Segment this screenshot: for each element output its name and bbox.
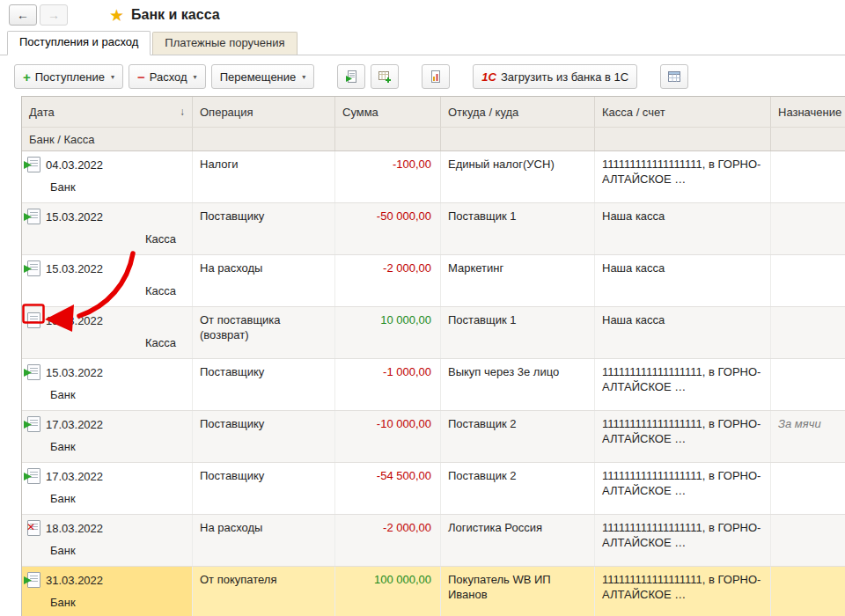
date-cell: 15.03.2022 Банк	[22, 359, 193, 410]
chevron-down-icon: ▾	[194, 73, 197, 81]
load-from-bank-label: Загрузить из банка в 1С	[501, 70, 628, 84]
expense-button[interactable]: − Расход ▾	[129, 64, 206, 89]
account-cell: 111111111111111111, в ГОРНО-АЛТАЙСКОЕ …	[595, 359, 771, 410]
amount-cell: 100 000,00	[335, 567, 441, 616]
load-from-bank-button[interactable]: 1С Загрузить из банка в 1С	[473, 64, 637, 89]
subheader-empty	[335, 128, 441, 150]
income-button[interactable]: + Поступление ▾	[14, 64, 123, 89]
amount-cell: -50 000,00	[335, 203, 441, 254]
from-to-cell: Логистика Россия	[441, 515, 595, 566]
tab-receipts-expenses[interactable]: Поступления и расход	[7, 31, 151, 55]
account-cell: Наша касса	[595, 255, 771, 306]
subheader-empty	[595, 128, 771, 150]
amount-cell: -2 000,00	[335, 515, 441, 566]
topbar: ← → ★ Банк и касса	[0, 0, 845, 30]
transfer-button-label: Перемещение	[220, 70, 297, 84]
document-posted-icon	[27, 209, 40, 224]
create-based-on-icon	[378, 70, 392, 84]
from-to-cell: Маркетинг	[441, 255, 595, 306]
date-cell: 31.03.2022 Банк	[22, 567, 193, 616]
from-to-cell: Единый налог(УСН)	[441, 151, 595, 202]
account-cell: Наша касса	[595, 307, 771, 358]
document-posted-icon	[27, 468, 40, 484]
column-header-amount[interactable]: Сумма	[335, 97, 441, 127]
income-button-label: Поступление	[35, 70, 105, 84]
column-header-operation[interactable]: Операция	[193, 97, 335, 127]
purpose-cell	[771, 203, 845, 254]
favorite-star-icon[interactable]: ★	[109, 5, 124, 26]
amount-cell: -100,00	[335, 151, 441, 202]
report-button[interactable]	[422, 64, 450, 89]
document-posted-icon	[27, 260, 40, 276]
column-header-account[interactable]: Касса / счет	[595, 97, 771, 127]
purpose-cell	[771, 359, 845, 410]
purpose-cell	[771, 255, 845, 306]
account-cell: 111111111111111111, в ГОРНО-АЛТАЙСКОЕ …	[595, 515, 771, 566]
table-row[interactable]: 17.03.2022 Банк Поставщику -54 500,00 По…	[22, 463, 845, 515]
document-posted-icon	[27, 572, 40, 588]
minus-icon: −	[137, 70, 145, 84]
post-document-button[interactable]	[337, 64, 365, 89]
tab-bar: Поступления и расход Платежные поручения	[0, 30, 845, 55]
purpose-cell	[771, 151, 845, 202]
bank-label: Банк	[50, 387, 76, 403]
toolbar: + Поступление ▾ − Расход ▾ Перемещение ▾	[0, 55, 845, 98]
amount-cell: -54 500,00	[335, 463, 441, 514]
page-title: Банк и касса	[131, 7, 220, 23]
table-row[interactable]: 17.03.2022 Банк Поставщику -10 000,00 По…	[22, 411, 845, 463]
table-settings-button[interactable]	[660, 64, 688, 89]
date-cell: 04.03.2022 Банк	[22, 151, 193, 202]
amount-cell: -2 000,00	[335, 255, 441, 306]
table-row-annotated[interactable]: 15.03.2022 Касса От поставщика (возврат)…	[22, 307, 845, 359]
tab-payment-orders[interactable]: Платежные поручения	[152, 32, 297, 55]
subheader-empty	[771, 128, 845, 150]
amount-cell: -10 000,00	[335, 411, 441, 462]
table-row[interactable]: 18.03.2022 Банк На расходы -2 000,00 Лог…	[22, 515, 845, 567]
back-icon: ←	[17, 8, 29, 22]
kassa-label: Касса	[145, 231, 176, 247]
table-row[interactable]: 15.03.2022 Касса На расходы -2 000,00 Ма…	[22, 255, 845, 307]
document-marked-for-deletion-icon	[27, 520, 40, 536]
account-cell: 111111111111111111, в ГОРНО-АЛТАЙСКОЕ …	[595, 463, 771, 514]
operation-cell: От поставщика (возврат)	[193, 307, 335, 358]
from-to-cell: Поставщик 1	[441, 307, 595, 358]
from-to-cell: Поставщик 2	[441, 411, 595, 462]
column-header-date[interactable]: Дата ↓	[22, 97, 193, 127]
column-header-from-to[interactable]: Откуда / куда	[441, 97, 595, 127]
one-c-logo-icon: 1С	[481, 70, 496, 84]
operation-cell: Поставщику	[193, 463, 335, 514]
expense-button-label: Расход	[150, 70, 187, 84]
from-to-cell: Поставщик 2	[441, 463, 595, 514]
table-row[interactable]: 15.03.2022 Банк Поставщику -1 000,00 Вык…	[22, 359, 845, 411]
subheader-empty	[193, 128, 335, 150]
table-row[interactable]: 04.03.2022 Банк Налоги -100,00 Единый на…	[22, 151, 845, 203]
bank-label: Банк	[50, 180, 76, 195]
account-cell: 111111111111111111, в ГОРНО-АЛТАЙСКОЕ …	[595, 567, 771, 616]
forward-button[interactable]: →	[40, 4, 68, 26]
operation-cell: Поставщику	[193, 411, 335, 462]
date-cell: 15.03.2022 Касса	[22, 255, 193, 306]
purpose-cell	[771, 307, 845, 358]
account-cell: 111111111111111111, в ГОРНО-АЛТАЙСКОЕ …	[595, 411, 771, 462]
row-date: 17.03.2022	[46, 469, 103, 484]
chevron-down-icon: ▾	[111, 73, 114, 81]
row-date: 17.03.2022	[46, 417, 103, 432]
document-posted-icon	[27, 416, 40, 432]
operation-cell: На расходы	[193, 255, 335, 306]
transfer-button[interactable]: Перемещение ▾	[211, 64, 315, 89]
kassa-label: Касса	[145, 283, 176, 299]
back-button[interactable]: ←	[9, 4, 37, 26]
document-posted-icon	[27, 364, 40, 380]
operation-cell: На расходы	[193, 515, 335, 566]
create-based-on-button[interactable]	[371, 64, 399, 89]
operation-cell: Поставщику	[193, 203, 335, 254]
plus-icon: +	[23, 70, 31, 84]
row-date: 15.03.2022	[46, 261, 103, 276]
kassa-label: Касса	[145, 335, 176, 351]
row-date: 31.03.2022	[46, 573, 103, 588]
column-header-purpose[interactable]: Назначение	[771, 97, 845, 127]
table-row[interactable]: 15.03.2022 Касса Поставщику -50 000,00 П…	[22, 203, 845, 255]
table-row-selected[interactable]: 31.03.2022 Банк От покупателя 100 000,00…	[22, 567, 845, 616]
date-cell: 17.03.2022 Банк	[22, 463, 193, 514]
row-date: 15.03.2022	[46, 365, 103, 380]
